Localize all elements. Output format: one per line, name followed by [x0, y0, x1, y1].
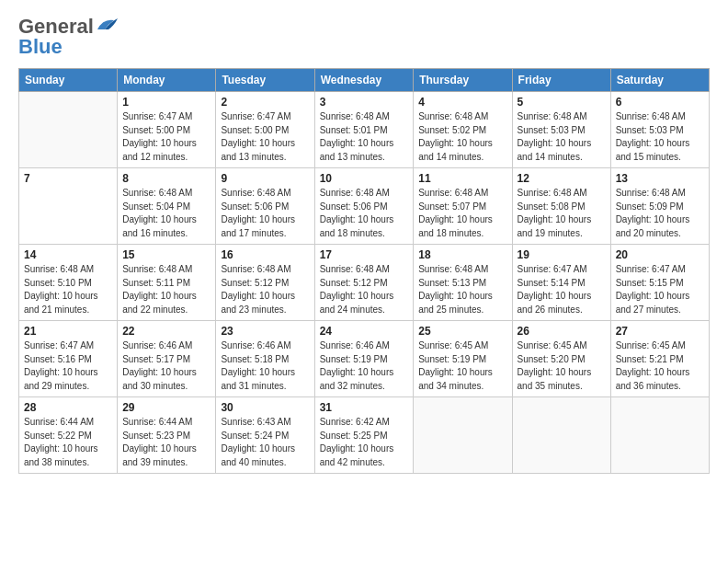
calendar-cell: 27Sunrise: 6:45 AMSunset: 5:21 PMDayligh…: [610, 321, 709, 397]
page-container: General Blue SundayMondayTuesdayWednesda…: [0, 0, 728, 483]
day-info: Sunrise: 6:48 AMSunset: 5:07 PMDaylight:…: [418, 187, 506, 240]
day-number: 26: [518, 325, 606, 338]
calendar-cell: 28Sunrise: 6:44 AMSunset: 5:22 PMDayligh…: [19, 397, 118, 474]
calendar-cell: 24Sunrise: 6:46 AMSunset: 5:19 PMDayligh…: [314, 321, 414, 397]
day-info: Sunrise: 6:48 AMSunset: 5:09 PMDaylight:…: [616, 187, 704, 240]
day-number: 5: [518, 96, 606, 109]
weekday-header: Sunday: [19, 69, 118, 92]
calendar-week-row: 14Sunrise: 6:48 AMSunset: 5:10 PMDayligh…: [19, 245, 710, 321]
calendar-cell: 30Sunrise: 6:43 AMSunset: 5:24 PMDayligh…: [216, 397, 314, 474]
calendar-cell: [414, 397, 512, 474]
day-info: Sunrise: 6:47 AMSunset: 5:14 PMDaylight:…: [518, 263, 606, 316]
calendar-cell: 19Sunrise: 6:47 AMSunset: 5:14 PMDayligh…: [512, 245, 610, 321]
day-number: 25: [418, 325, 506, 338]
calendar-cell: 9Sunrise: 6:48 AMSunset: 5:06 PMDaylight…: [216, 168, 314, 245]
day-number: 13: [616, 172, 704, 185]
day-number: 18: [418, 248, 506, 261]
calendar-cell: 14Sunrise: 6:48 AMSunset: 5:10 PMDayligh…: [19, 245, 118, 321]
calendar-cell: 29Sunrise: 6:44 AMSunset: 5:23 PMDayligh…: [118, 397, 216, 474]
day-number: 3: [320, 96, 409, 109]
calendar-cell: [19, 92, 118, 168]
weekday-header: Tuesday: [216, 69, 314, 92]
day-info: Sunrise: 6:48 AMSunset: 5:10 PMDaylight:…: [24, 263, 112, 316]
day-info: Sunrise: 6:45 AMSunset: 5:19 PMDaylight:…: [418, 339, 506, 393]
calendar-cell: 7: [19, 168, 118, 245]
calendar-cell: 10Sunrise: 6:48 AMSunset: 5:06 PMDayligh…: [314, 168, 414, 245]
weekday-header: Monday: [118, 69, 216, 92]
day-info: Sunrise: 6:42 AMSunset: 5:25 PMDaylight:…: [320, 416, 409, 469]
day-number: 21: [24, 325, 112, 338]
day-number: 17: [320, 248, 409, 261]
day-number: 30: [221, 401, 309, 414]
calendar-cell: 5Sunrise: 6:48 AMSunset: 5:03 PMDaylight…: [512, 92, 610, 168]
day-info: Sunrise: 6:48 AMSunset: 5:13 PMDaylight:…: [418, 263, 506, 316]
calendar-cell: 6Sunrise: 6:48 AMSunset: 5:03 PMDaylight…: [610, 92, 709, 168]
logo: General Blue: [18, 15, 119, 59]
day-info: Sunrise: 6:47 AMSunset: 5:00 PMDaylight:…: [221, 110, 309, 164]
weekday-header: Thursday: [414, 69, 512, 92]
day-number: 2: [221, 96, 309, 109]
calendar-cell: 17Sunrise: 6:48 AMSunset: 5:12 PMDayligh…: [314, 245, 414, 321]
calendar-cell: 16Sunrise: 6:48 AMSunset: 5:12 PMDayligh…: [216, 245, 314, 321]
calendar-cell: 11Sunrise: 6:48 AMSunset: 5:07 PMDayligh…: [414, 168, 512, 245]
calendar-week-row: 21Sunrise: 6:47 AMSunset: 5:16 PMDayligh…: [19, 321, 710, 397]
day-number: 22: [122, 325, 210, 338]
day-number: 1: [122, 96, 210, 109]
day-info: Sunrise: 6:45 AMSunset: 5:21 PMDaylight:…: [616, 339, 704, 393]
calendar-cell: 3Sunrise: 6:48 AMSunset: 5:01 PMDaylight…: [314, 92, 414, 168]
calendar-cell: 25Sunrise: 6:45 AMSunset: 5:19 PMDayligh…: [414, 321, 512, 397]
day-info: Sunrise: 6:48 AMSunset: 5:06 PMDaylight:…: [221, 187, 309, 240]
day-number: 31: [320, 401, 409, 414]
day-number: 14: [24, 248, 112, 261]
weekday-header: Wednesday: [314, 69, 414, 92]
calendar-cell: 18Sunrise: 6:48 AMSunset: 5:13 PMDayligh…: [414, 245, 512, 321]
day-number: 20: [616, 248, 704, 261]
day-number: 24: [320, 325, 409, 338]
day-info: Sunrise: 6:47 AMSunset: 5:16 PMDaylight:…: [24, 339, 112, 393]
day-number: 7: [24, 172, 112, 185]
day-number: 12: [518, 172, 606, 185]
day-number: 28: [24, 401, 112, 414]
day-info: Sunrise: 6:48 AMSunset: 5:01 PMDaylight:…: [320, 110, 409, 164]
header: General Blue: [18, 15, 710, 59]
day-number: 23: [221, 325, 309, 338]
calendar-week-row: 78Sunrise: 6:48 AMSunset: 5:04 PMDayligh…: [19, 168, 710, 245]
weekday-header-row: SundayMondayTuesdayWednesdayThursdayFrid…: [19, 69, 710, 92]
day-info: Sunrise: 6:46 AMSunset: 5:17 PMDaylight:…: [122, 339, 210, 393]
calendar-cell: 15Sunrise: 6:48 AMSunset: 5:11 PMDayligh…: [118, 245, 216, 321]
day-number: 27: [616, 325, 704, 338]
day-info: Sunrise: 6:44 AMSunset: 5:22 PMDaylight:…: [24, 416, 112, 469]
day-info: Sunrise: 6:47 AMSunset: 5:15 PMDaylight:…: [616, 263, 704, 316]
day-info: Sunrise: 6:47 AMSunset: 5:00 PMDaylight:…: [122, 110, 210, 164]
calendar-cell: 22Sunrise: 6:46 AMSunset: 5:17 PMDayligh…: [118, 321, 216, 397]
calendar-cell: 2Sunrise: 6:47 AMSunset: 5:00 PMDaylight…: [216, 92, 314, 168]
day-info: Sunrise: 6:48 AMSunset: 5:12 PMDaylight:…: [221, 263, 309, 316]
day-number: 15: [122, 248, 210, 261]
day-number: 8: [122, 172, 210, 185]
day-info: Sunrise: 6:48 AMSunset: 5:12 PMDaylight:…: [320, 263, 409, 316]
calendar-cell: [610, 397, 709, 474]
weekday-header: Friday: [512, 69, 610, 92]
calendar-cell: [512, 397, 610, 474]
day-number: 6: [616, 96, 704, 109]
day-info: Sunrise: 6:43 AMSunset: 5:24 PMDaylight:…: [221, 416, 309, 469]
calendar-week-row: 1Sunrise: 6:47 AMSunset: 5:00 PMDaylight…: [19, 92, 710, 168]
day-info: Sunrise: 6:45 AMSunset: 5:20 PMDaylight:…: [518, 339, 606, 393]
day-number: 9: [221, 172, 309, 185]
calendar-week-row: 28Sunrise: 6:44 AMSunset: 5:22 PMDayligh…: [19, 397, 710, 474]
day-number: 10: [320, 172, 409, 185]
day-info: Sunrise: 6:48 AMSunset: 5:06 PMDaylight:…: [320, 187, 409, 240]
day-info: Sunrise: 6:46 AMSunset: 5:19 PMDaylight:…: [320, 339, 409, 393]
logo-blue: Blue: [18, 35, 63, 59]
calendar-cell: 31Sunrise: 6:42 AMSunset: 5:25 PMDayligh…: [314, 397, 414, 474]
day-info: Sunrise: 6:48 AMSunset: 5:04 PMDaylight:…: [122, 187, 210, 240]
calendar-cell: 13Sunrise: 6:48 AMSunset: 5:09 PMDayligh…: [610, 168, 709, 245]
logo-bird-icon: [96, 17, 119, 33]
calendar-cell: 12Sunrise: 6:48 AMSunset: 5:08 PMDayligh…: [512, 168, 610, 245]
day-info: Sunrise: 6:48 AMSunset: 5:02 PMDaylight:…: [418, 110, 506, 164]
calendar-cell: 1Sunrise: 6:47 AMSunset: 5:00 PMDaylight…: [118, 92, 216, 168]
day-info: Sunrise: 6:48 AMSunset: 5:03 PMDaylight:…: [518, 110, 606, 164]
day-number: 11: [418, 172, 506, 185]
day-info: Sunrise: 6:48 AMSunset: 5:11 PMDaylight:…: [122, 263, 210, 316]
calendar-cell: 20Sunrise: 6:47 AMSunset: 5:15 PMDayligh…: [610, 245, 709, 321]
